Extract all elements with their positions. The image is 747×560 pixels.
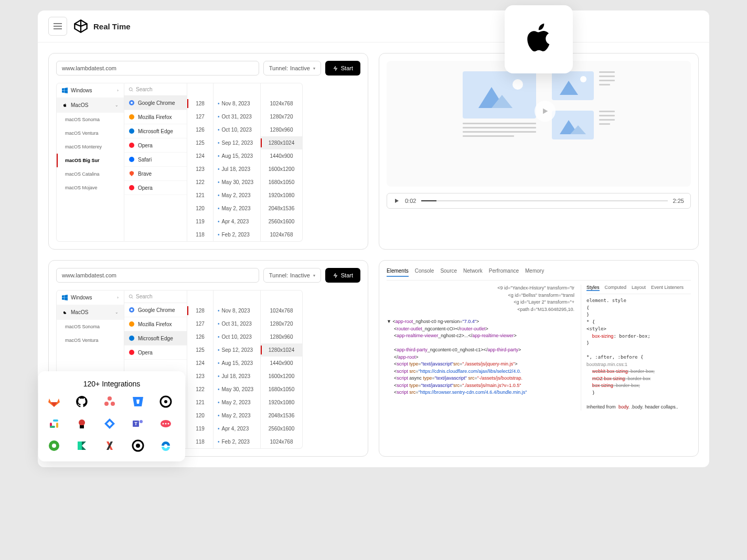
ver-item-item[interactable]: 122 — [187, 176, 213, 189]
res-item-item[interactable]: 1024x768 — [261, 435, 302, 448]
date-item-item[interactable]: Oct 31, 2023 — [214, 317, 260, 330]
browser-item[interactable]: Opera — [124, 138, 187, 153]
ver-item-item[interactable]: 121 — [187, 189, 213, 202]
devtools-tab[interactable]: Network — [463, 268, 483, 277]
tunnel-select[interactable]: Tunnel: Inactive▾ — [263, 61, 321, 76]
date-item-item[interactable]: Oct 31, 2023 — [214, 110, 260, 123]
ver-item-item[interactable]: 126 — [187, 123, 213, 136]
res-item-item[interactable]: 1280x960 — [261, 123, 302, 136]
browser-item[interactable]: Opera — [124, 181, 187, 195]
ver-item-item[interactable]: 118 — [187, 435, 213, 448]
date-item-item[interactable]: Oct 10, 2023 — [214, 123, 260, 136]
res-item-item[interactable]: 1280x720 — [261, 317, 302, 330]
res-item-item[interactable]: 2048x1536 — [261, 409, 302, 422]
browser-item[interactable]: Brave — [124, 167, 187, 181]
ver-item-item[interactable]: 121 — [187, 396, 213, 409]
start-button[interactable]: Start — [325, 61, 360, 76]
browser-item[interactable]: Mozilla Firefox — [124, 317, 187, 331]
date-item-item[interactable]: Aug 15, 2023 — [214, 149, 260, 163]
res-item-item[interactable]: 1280x1024 — [261, 343, 302, 357]
res-item-item[interactable]: 2560x1600 — [261, 422, 302, 435]
browser-item[interactable]: Google Chrome — [124, 303, 187, 317]
os-macos[interactable]: MacOS ⌄ — [57, 305, 124, 320]
res-item-item[interactable]: 1600x1200 — [261, 163, 302, 176]
devtools-tab[interactable]: Source — [440, 268, 457, 277]
play-icon[interactable] — [535, 101, 556, 122]
res-item-item[interactable]: 1024x768 — [261, 97, 302, 110]
hamburger-menu[interactable] — [48, 17, 67, 36]
res-item-item[interactable]: 2560x1600 — [261, 215, 302, 228]
res-item-item[interactable]: 2048x1536 — [261, 202, 302, 215]
browser-item[interactable]: Microsoft Edge — [124, 124, 187, 138]
date-item-item[interactable]: Sep 12, 2023 — [214, 343, 260, 357]
os-item sub-item[interactable]: macOS Ventura — [57, 126, 124, 140]
os-item sub-item[interactable]: macOS Sonoma — [57, 113, 124, 126]
res-item-item[interactable]: 1024x768 — [261, 304, 302, 317]
os-item sub-item[interactable]: macOS Sonoma — [57, 320, 124, 333]
browser-item[interactable]: Opera — [124, 346, 187, 360]
ver-item-item[interactable]: 122 — [187, 383, 213, 396]
res-item-item[interactable]: 1024x768 — [261, 228, 302, 241]
date-item-item[interactable]: Jul 18, 2023 — [214, 370, 260, 383]
browser-item[interactable]: Google Chrome — [124, 96, 187, 110]
date-item-item[interactable]: May 2, 2023 — [214, 202, 260, 215]
styles-tab[interactable]: Layout — [632, 285, 646, 291]
date-item-item[interactable]: May 30, 2023 — [214, 383, 260, 396]
res-item-item[interactable]: 1440x900 — [261, 149, 302, 163]
ver-item-item[interactable]: 124 — [187, 357, 213, 370]
date-item-item[interactable]: May 2, 2023 — [214, 409, 260, 422]
play-icon[interactable] — [393, 198, 400, 204]
url-input[interactable]: www.lambdatest.com — [56, 61, 259, 76]
tunnel-select[interactable]: Tunnel: Inactive▾ — [263, 268, 321, 283]
devtools-styles[interactable]: StylesComputedLayoutEvent Listeners elem… — [581, 285, 691, 411]
styles-tab[interactable]: Styles — [586, 285, 600, 291]
devtools-tab[interactable]: Perfromance — [489, 268, 519, 277]
os-windows[interactable]: Windows › — [57, 83, 124, 98]
devtools-tab[interactable]: Memory — [525, 268, 544, 277]
os-item sub-item[interactable]: macOS Big Sur — [57, 154, 124, 167]
date-item-item[interactable]: Apr 4, 2023 — [214, 422, 260, 435]
res-item-item[interactable]: 1680x1050 — [261, 383, 302, 396]
styles-tab[interactable]: Event Listeners — [651, 285, 684, 291]
os-item sub-item[interactable]: macOS Mojave — [57, 181, 124, 195]
ver-item-item[interactable]: 127 — [187, 110, 213, 123]
os-macos[interactable]: MacOS ⌄ — [57, 98, 124, 113]
ver-item-item[interactable]: 125 — [187, 136, 213, 149]
video-controls[interactable]: 0:02 2:25 — [387, 193, 691, 209]
browser-search[interactable]: Search — [124, 290, 187, 303]
os-item sub-item[interactable]: macOS Ventura — [57, 333, 124, 347]
devtools-tab[interactable]: Elements — [387, 268, 409, 277]
ver-item-item[interactable]: 120 — [187, 409, 213, 422]
date-item-item[interactable]: May 30, 2023 — [214, 176, 260, 189]
ver-item-item[interactable]: 120 — [187, 202, 213, 215]
ver-item-item[interactable]: 124 — [187, 149, 213, 163]
devtools-tab[interactable]: Console — [415, 268, 434, 277]
ver-item-item[interactable]: 126 — [187, 330, 213, 343]
browser-search[interactable]: Search — [124, 83, 187, 96]
os-windows[interactable]: Windows › — [57, 290, 124, 305]
ver-item-item[interactable]: 119 — [187, 422, 213, 435]
ver-item-item[interactable]: 123 — [187, 370, 213, 383]
devtools-html[interactable]: <9 id="Yandex-History" transform="tr<g i… — [387, 285, 574, 411]
date-item-item[interactable]: Sep 12, 2023 — [214, 136, 260, 149]
res-item-item[interactable]: 1280x960 — [261, 330, 302, 343]
browser-item[interactable]: Safari — [124, 153, 187, 167]
date-item-item[interactable]: Nov 8, 2023 — [214, 97, 260, 110]
res-item-item[interactable]: 1920x1080 — [261, 396, 302, 409]
date-item-item[interactable]: May 2, 2023 — [214, 189, 260, 202]
date-item-item[interactable]: Jul 18, 2023 — [214, 163, 260, 176]
ver-item-item[interactable]: 123 — [187, 163, 213, 176]
browser-item[interactable]: Mozilla Firefox — [124, 110, 187, 124]
ver-item-item[interactable]: 128 — [187, 97, 213, 110]
date-item-item[interactable]: Feb 2, 2023 — [214, 435, 260, 448]
styles-tab[interactable]: Computed — [605, 285, 627, 291]
res-item-item[interactable]: 1440x900 — [261, 357, 302, 370]
os-item sub-item[interactable]: macOS Catalina — [57, 167, 124, 181]
date-item-item[interactable]: Nov 8, 2023 — [214, 304, 260, 317]
ver-item-item[interactable]: 127 — [187, 317, 213, 330]
date-item-item[interactable]: Feb 2, 2023 — [214, 228, 260, 241]
date-item-item[interactable]: Oct 10, 2023 — [214, 330, 260, 343]
res-item-item[interactable]: 1680x1050 — [261, 176, 302, 189]
res-item-item[interactable]: 1280x720 — [261, 110, 302, 123]
start-button[interactable]: Start — [325, 268, 360, 283]
